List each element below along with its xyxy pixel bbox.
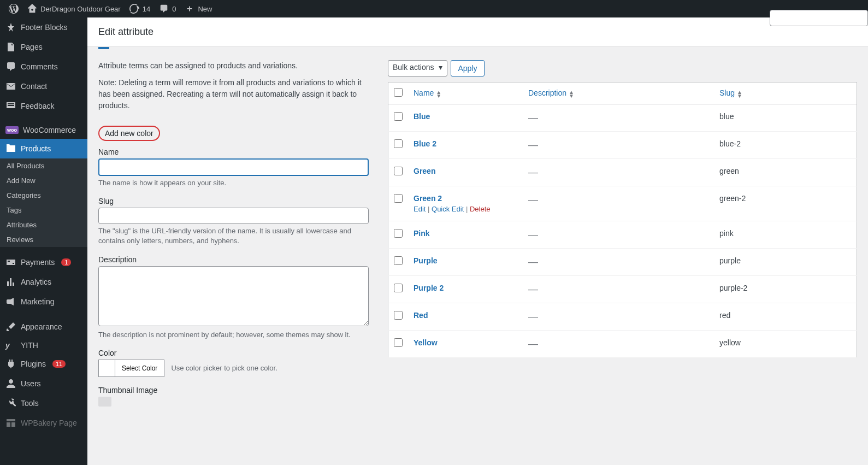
- sidebar-item-marketing[interactable]: Marketing: [0, 292, 87, 311]
- row-checkbox[interactable]: [394, 311, 403, 320]
- new-link[interactable]: New: [180, 0, 216, 17]
- intro-text: Attribute terms can be assigned to produ…: [98, 60, 371, 111]
- table-row: Green — green: [388, 159, 857, 186]
- plus-icon: [185, 4, 194, 14]
- term-description: —: [528, 338, 538, 349]
- sidebar-item-woocommerce[interactable]: woo WooCommerce: [0, 121, 87, 139]
- wp-logo[interactable]: [4, 0, 23, 17]
- term-name-link[interactable]: Blue: [414, 112, 430, 121]
- sidebar-item-footer-blocks[interactable]: Footer Blocks: [0, 17, 87, 37]
- submenu-all-products[interactable]: All Products: [0, 158, 87, 173]
- quick-edit-link[interactable]: Quick Edit: [432, 205, 464, 213]
- sidebar-item-contact[interactable]: Contact: [0, 76, 87, 96]
- submenu-add-new[interactable]: Add New: [0, 173, 87, 188]
- sidebar-item-users[interactable]: Users: [0, 374, 87, 393]
- search-input[interactable]: [770, 10, 868, 26]
- term-name-link[interactable]: Purple: [414, 256, 438, 265]
- term-slug: yellow: [714, 331, 857, 358]
- term-description: —: [528, 112, 538, 123]
- color-label: Color: [98, 349, 371, 357]
- term-slug: blue-2: [714, 132, 857, 159]
- sidebar-item-pages[interactable]: Pages: [0, 37, 87, 57]
- bulk-actions-select[interactable]: Bulk actions: [388, 60, 447, 76]
- payments-icon: [5, 257, 16, 268]
- admin-sidebar: Footer Blocks Pages Comments Contact Fee…: [0, 17, 87, 465]
- thumbnail-placeholder-icon[interactable]: [98, 397, 111, 407]
- slug-input[interactable]: [98, 208, 369, 224]
- comments-link[interactable]: 0: [155, 0, 180, 17]
- main-content: Edit attribute Attribute terms can be as…: [87, 17, 868, 465]
- page-icon: [5, 42, 16, 52]
- site-link[interactable]: DerDragon Outdoor Gear: [23, 0, 125, 17]
- term-name-link[interactable]: Purple 2: [414, 284, 444, 292]
- color-help: Use color picker to pick one color.: [171, 363, 277, 373]
- select-color-button[interactable]: Select Color: [115, 360, 164, 376]
- term-slug: purple: [714, 249, 857, 276]
- wrench-icon: [5, 398, 16, 409]
- sort-icon: ▲▼: [737, 90, 742, 98]
- col-name[interactable]: Name▲▼: [408, 83, 523, 104]
- row-checkbox[interactable]: [394, 229, 403, 238]
- row-checkbox[interactable]: [394, 284, 403, 292]
- color-field: Color Select Color Use color picker to p…: [98, 349, 371, 377]
- thumbnail-label: Thumbnail Image: [98, 386, 371, 395]
- term-description: —: [528, 194, 538, 205]
- delete-link[interactable]: Delete: [470, 205, 491, 213]
- site-name: DerDragon Outdoor Gear: [40, 5, 121, 13]
- select-all-checkbox[interactable]: [394, 88, 403, 97]
- submenu-categories[interactable]: Categories: [0, 188, 87, 203]
- sidebar-item-tools[interactable]: Tools: [0, 393, 87, 413]
- table-row: Blue 2 — blue-2: [388, 132, 857, 159]
- row-checkbox[interactable]: [394, 139, 403, 148]
- comment-icon: [159, 4, 169, 14]
- slug-label: Slug: [98, 197, 371, 205]
- updates-link[interactable]: 14: [125, 0, 155, 17]
- sidebar-item-products[interactable]: Products: [0, 139, 87, 158]
- name-help: The name is how it appears on your site.: [98, 178, 371, 188]
- term-description: —: [528, 139, 538, 150]
- term-slug: red: [714, 303, 857, 331]
- table-row: Pink — pink: [388, 221, 857, 249]
- submenu-attributes[interactable]: Attributes: [0, 217, 87, 232]
- term-name-link[interactable]: Red: [414, 311, 428, 320]
- sidebar-item-analytics[interactable]: Analytics: [0, 272, 87, 292]
- col-slug[interactable]: Slug▲▼: [714, 83, 857, 104]
- apply-button[interactable]: Apply: [451, 60, 484, 76]
- name-input[interactable]: [98, 158, 369, 176]
- row-checkbox[interactable]: [394, 256, 403, 265]
- description-input[interactable]: [98, 266, 369, 326]
- submenu-reviews[interactable]: Reviews: [0, 232, 87, 247]
- admin-bar: DerDragon Outdoor Gear 14 0 New: [0, 0, 868, 17]
- edit-link[interactable]: Edit: [414, 205, 426, 213]
- description-help: The description is not prominent by defa…: [98, 330, 371, 340]
- row-checkbox[interactable]: [394, 338, 403, 347]
- row-checkbox[interactable]: [394, 112, 403, 121]
- sidebar-label: Feedback: [21, 102, 54, 110]
- submenu-tags[interactable]: Tags: [0, 203, 87, 217]
- row-checkbox[interactable]: [394, 167, 403, 175]
- bulk-actions: Bulk actions Apply: [388, 60, 857, 76]
- sidebar-label: WPBakery Page: [21, 419, 77, 427]
- sidebar-item-plugins[interactable]: Plugins 11: [0, 354, 87, 374]
- term-name-link[interactable]: Green: [414, 167, 435, 175]
- sidebar-item-appearance[interactable]: Appearance: [0, 317, 87, 337]
- comments-count: 0: [172, 5, 176, 13]
- sidebar-item-comments[interactable]: Comments: [0, 57, 87, 76]
- sidebar-item-yith[interactable]: y YITH: [0, 337, 87, 354]
- sidebar-item-wpbakery[interactable]: WPBakery Page: [0, 413, 87, 433]
- sidebar-label: Pages: [21, 43, 43, 51]
- term-name-link[interactable]: Green 2: [414, 194, 442, 203]
- color-swatch[interactable]: [99, 360, 115, 376]
- col-description[interactable]: Description▲▼: [523, 83, 714, 104]
- row-checkbox[interactable]: [394, 194, 403, 203]
- term-name-link[interactable]: Pink: [414, 229, 430, 238]
- term-name-link[interactable]: Blue 2: [414, 139, 436, 148]
- home-icon: [27, 4, 37, 14]
- name-field: Name The name is how it appears on your …: [98, 148, 371, 188]
- term-name-link[interactable]: Yellow: [414, 338, 438, 347]
- row-actions: Edit | Quick Edit | Delete: [414, 205, 517, 213]
- page-title: Edit attribute: [98, 26, 857, 38]
- sidebar-item-payments[interactable]: Payments 1: [0, 252, 87, 272]
- table-row: Blue — blue: [388, 104, 857, 132]
- sidebar-item-feedback[interactable]: Feedback: [0, 96, 87, 116]
